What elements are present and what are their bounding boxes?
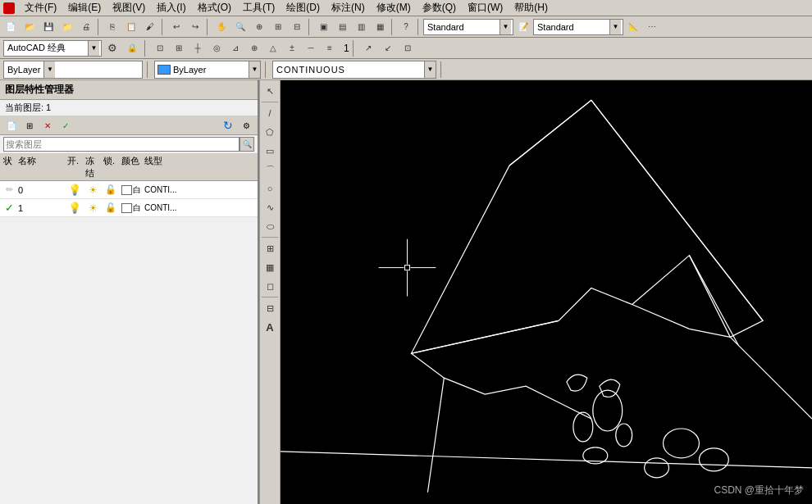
del-layer-btn[interactable]: ✕ (39, 118, 56, 133)
menu-view[interactable]: 视图(V) (107, 0, 150, 16)
text-style-arrow[interactable]: ▼ (500, 20, 511, 34)
vp-btn3[interactable]: ⊡ (399, 39, 417, 57)
open2-btn[interactable]: 📁 (58, 18, 76, 36)
draw-text-btn[interactable]: A (261, 318, 279, 336)
draw-arrow-btn[interactable]: ↖ (261, 82, 279, 100)
layer-combo-arrow[interactable]: ▼ (43, 61, 55, 78)
sep6 (417, 19, 421, 35)
new-btn[interactable]: 📄 (2, 18, 20, 36)
vp-btn1[interactable]: ↗ (359, 39, 377, 57)
text-style-mgr[interactable]: 📝 (514, 18, 532, 36)
zoom-btn[interactable]: 🔍 (231, 18, 249, 36)
refresh-btn[interactable]: ↻ (220, 118, 236, 133)
menu-format[interactable]: 格式(O) (193, 0, 236, 16)
copy-btn[interactable]: ⎘ (103, 18, 121, 36)
zoom-prev-btn[interactable]: ⊟ (288, 18, 306, 36)
menu-draw[interactable]: 绘图(D) (281, 0, 325, 16)
layer0-linetype[interactable]: CONTI... (143, 185, 192, 194)
draw-spline-btn[interactable]: ∿ (261, 198, 279, 216)
color-combo-arrow[interactable]: ▼ (249, 61, 260, 78)
col-linetype: 线型 (143, 155, 192, 179)
linetype-combo[interactable]: CONTINUOUS ▼ (272, 61, 436, 79)
3d4-btn[interactable]: ▦ (371, 18, 389, 36)
layer1-linetype[interactable]: CONTI... (143, 203, 192, 212)
menu-params[interactable]: 参数(Q) (417, 0, 461, 16)
menu-window[interactable]: 窗口(W) (463, 0, 508, 16)
osnap-btn[interactable]: ⊿ (226, 39, 244, 57)
3d3-btn[interactable]: ▥ (352, 18, 370, 36)
layer-row-0[interactable]: ✏ 0 💡 ☀ 🔓 白 CONTI... (0, 181, 258, 199)
3d-btn[interactable]: ▣ (314, 18, 332, 36)
draw-rect-btn[interactable]: ▭ (261, 142, 279, 160)
layer1-freeze[interactable]: ☀ (84, 202, 102, 214)
zoom-ext-btn[interactable]: ⊞ (269, 18, 287, 36)
layer-combo[interactable]: ByLayer ▼ (3, 61, 143, 79)
grid-btn[interactable]: ⊞ (170, 39, 188, 57)
new-layer2-btn[interactable]: ⊞ (21, 118, 38, 133)
color-combo[interactable]: ByLayer ▼ (154, 61, 261, 79)
ortho-btn[interactable]: ┼ (189, 39, 207, 57)
paste-btn[interactable]: 📋 (122, 18, 140, 36)
menu-edit[interactable]: 编辑(E) (63, 0, 106, 16)
redo-btn[interactable]: ↪ (186, 18, 204, 36)
ws-settings-btn[interactable]: ⚙ (103, 39, 121, 57)
layer-search-btn[interactable]: 🔍 (239, 137, 254, 152)
vp-btn2[interactable]: ↙ (379, 39, 397, 57)
menu-modify[interactable]: 修改(M) (372, 0, 416, 16)
layer1-on[interactable]: 💡 (66, 202, 84, 214)
draw-table-btn[interactable]: ⊟ (261, 299, 279, 317)
dyn-btn[interactable]: ± (283, 39, 301, 57)
polar-btn[interactable]: ◎ (208, 39, 226, 57)
layer-search-input[interactable] (3, 137, 239, 152)
layer1-color[interactable]: 白 (120, 202, 143, 214)
new-layer-btn[interactable]: 📄 (3, 118, 20, 133)
ducs-btn[interactable]: △ (264, 39, 282, 57)
print-btn[interactable]: 🖨 (77, 18, 95, 36)
draw-arc-btn[interactable]: ⌒ (261, 161, 279, 179)
workspace-combo[interactable]: AutoCAD 经典 ▼ (3, 40, 102, 57)
layer0-freeze[interactable]: ☀ (84, 184, 102, 196)
open-btn[interactable]: 📂 (21, 18, 39, 36)
dim-style-combo[interactable]: Standard ▼ (533, 19, 623, 35)
qp-btn[interactable]: ≡ (321, 39, 339, 57)
layer0-name[interactable]: 0 (16, 185, 66, 195)
draw-region-btn[interactable]: ◻ (261, 277, 279, 295)
workspace-arrow[interactable]: ▼ (88, 41, 99, 56)
canvas-area[interactable]: CSDN @重拾十年梦 (281, 80, 812, 504)
dim-style-mgr[interactable]: 📐 (624, 18, 642, 36)
3d2-btn[interactable]: ▤ (333, 18, 351, 36)
layer0-on[interactable]: 💡 (66, 184, 84, 196)
layer0-color[interactable]: 白 (120, 184, 143, 196)
draw-line-btn[interactable]: / (261, 104, 279, 122)
draw-hatch-btn[interactable]: ▦ (261, 258, 279, 276)
layer0-lock[interactable]: 🔓 (102, 184, 120, 195)
extra-btn[interactable]: ⋯ (643, 18, 661, 36)
help-btn[interactable]: ? (397, 18, 415, 36)
layer-row-1[interactable]: ✓ 1 💡 ☀ 🔓 白 CONTI... (0, 199, 258, 217)
draw-poly-btn[interactable]: ⬠ (261, 123, 279, 141)
undo-btn[interactable]: ↩ (167, 18, 185, 36)
settings-btn[interactable]: ⚙ (238, 118, 254, 133)
lw-btn[interactable]: ─ (302, 39, 320, 57)
match-btn[interactable]: 🖌 (141, 18, 159, 36)
layer1-lock[interactable]: 🔓 (102, 202, 120, 213)
text-style-combo[interactable]: Standard ▼ (423, 19, 513, 35)
set-current-btn[interactable]: ✓ (57, 118, 74, 133)
otrack-btn[interactable]: ⊕ (245, 39, 263, 57)
dim-style-arrow[interactable]: ▼ (609, 20, 621, 34)
pan-btn[interactable]: ✋ (212, 18, 230, 36)
menu-help[interactable]: 帮助(H) (509, 0, 553, 16)
ws-lock-btn[interactable]: 🔒 (123, 39, 141, 57)
menu-dim[interactable]: 标注(N) (326, 0, 370, 16)
save-btn[interactable]: 💾 (39, 18, 57, 36)
linetype-combo-arrow[interactable]: ▼ (424, 61, 436, 78)
menu-file[interactable]: 文件(F) (20, 0, 62, 16)
draw-insert-btn[interactable]: ⊞ (261, 239, 279, 257)
menu-tools[interactable]: 工具(T) (238, 0, 280, 16)
zoom-win-btn[interactable]: ⊕ (250, 18, 268, 36)
menu-insert[interactable]: 插入(I) (152, 0, 190, 16)
layer1-name[interactable]: 1 (16, 203, 66, 213)
draw-circle-btn[interactable]: ○ (261, 179, 279, 198)
draw-ellipse-btn[interactable]: ⬭ (261, 217, 279, 235)
snap-btn[interactable]: ⊡ (151, 39, 169, 57)
